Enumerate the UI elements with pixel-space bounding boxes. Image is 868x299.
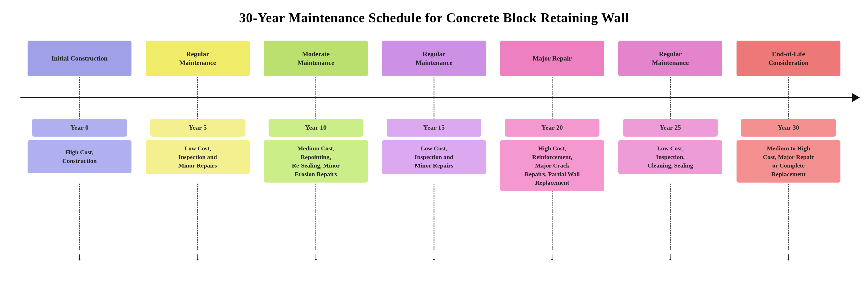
timeline-axis [21, 97, 853, 98]
dash-bot-col5 [670, 184, 671, 250]
dash-mid-col1 [197, 97, 198, 119]
detail-box-col1: Low Cost, Inspection and Minor Repairs [146, 140, 250, 174]
top-box-col5: Regular Maintenance [618, 40, 722, 76]
column-col5: Regular MaintenanceYear 25Low Cost, Insp… [611, 30, 730, 273]
dash-mid-col5 [670, 97, 671, 119]
detail-box-col6: Medium to High Cost, Major Repair or Com… [737, 140, 840, 183]
dash-top-col0 [79, 77, 80, 97]
top-box-col4: Major Repair [500, 40, 604, 76]
top-box-col3: Regular Maintenance [382, 40, 486, 76]
down-arrow-col6: ↓ [786, 251, 791, 263]
column-col0: Initial ConstructionYear 0High Cost, Con… [21, 30, 138, 273]
dash-bot-col1 [197, 184, 198, 250]
detail-box-col4: High Cost, Reinforcement, Major Crack Re… [500, 140, 604, 191]
down-arrow-col5: ↓ [668, 251, 673, 263]
year-box-col3: Year 15 [387, 119, 481, 137]
dash-mid-col2 [315, 97, 316, 119]
dash-mid-col3 [434, 97, 435, 119]
column-col2: Moderate MaintenanceYear 10Medium Cost, … [257, 30, 375, 273]
column-col3: Regular MaintenanceYear 15Low Cost, Insp… [375, 30, 493, 273]
top-box-col0: Initial Construction [28, 40, 131, 76]
dash-top-col6 [788, 77, 789, 97]
down-arrow-col1: ↓ [195, 251, 200, 263]
page-title: 30-Year Maintenance Schedule for Concret… [0, 0, 868, 30]
detail-box-col5: Low Cost, Inspection, Cleaning, Sealing [618, 140, 722, 174]
dash-top-col2 [315, 77, 316, 97]
dash-mid-col0 [79, 97, 80, 119]
year-box-col0: Year 0 [32, 119, 127, 137]
down-arrow-col4: ↓ [550, 251, 555, 263]
year-box-col1: Year 5 [150, 119, 245, 137]
detail-box-col0: High Cost, Construction [28, 140, 131, 173]
timeline-container: Initial ConstructionYear 0High Cost, Con… [0, 30, 868, 273]
top-box-col2: Moderate Maintenance [264, 40, 368, 76]
year-box-col6: Year 30 [741, 119, 836, 137]
dash-bot-col6 [788, 184, 789, 250]
down-arrow-col2: ↓ [313, 251, 318, 263]
column-col4: Major RepairYear 20High Cost, Reinforcem… [493, 30, 611, 273]
detail-box-col2: Medium Cost, Repointing, Re-Sealing, Min… [264, 140, 368, 183]
down-arrow-col3: ↓ [431, 251, 437, 263]
top-box-col6: End-of-Life Consideration [737, 40, 840, 76]
year-box-col4: Year 20 [505, 119, 599, 137]
dash-top-col1 [197, 77, 198, 97]
dash-bot-col2 [315, 184, 316, 250]
dash-mid-col4 [552, 97, 553, 119]
dash-mid-col6 [788, 97, 789, 119]
dash-bot-col0 [79, 184, 80, 250]
dash-top-col4 [552, 77, 553, 97]
dash-top-col3 [434, 77, 435, 97]
top-box-col1: Regular Maintenance [146, 40, 250, 76]
dash-bot-col4 [552, 184, 553, 250]
dash-bot-col3 [434, 184, 435, 250]
column-col1: Regular MaintenanceYear 5Low Cost, Inspe… [138, 30, 257, 273]
down-arrow-col0: ↓ [77, 251, 82, 263]
dash-top-col5 [670, 77, 671, 97]
year-box-col5: Year 25 [623, 119, 718, 137]
detail-box-col3: Low Cost, Inspection and Minor Repairs [382, 140, 486, 174]
year-box-col2: Year 10 [269, 119, 363, 137]
column-col6: End-of-Life ConsiderationYear 30Medium t… [730, 30, 847, 273]
